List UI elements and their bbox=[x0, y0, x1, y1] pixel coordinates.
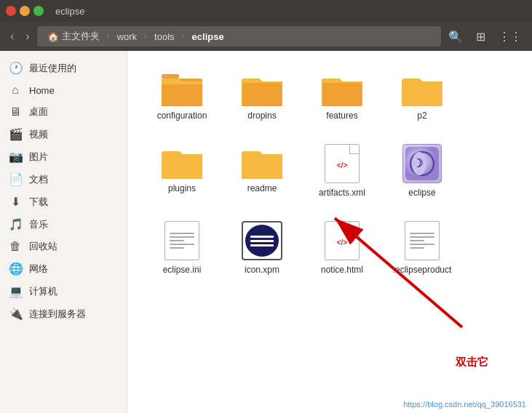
file-label-plugins: plugins bbox=[168, 183, 196, 193]
grid-view-button[interactable]: ⋮⋮ bbox=[494, 27, 526, 47]
breadcrumb-tools[interactable]: tools bbox=[150, 30, 178, 44]
home-icon: 🏠 bbox=[47, 31, 59, 42]
file-plugins[interactable]: plugins bbox=[142, 138, 222, 204]
home-label: 主文件夹 bbox=[62, 30, 100, 43]
file-dropins[interactable]: dropins bbox=[222, 65, 302, 127]
file-icon-xpm[interactable]: icon.xpm bbox=[222, 215, 302, 281]
svg-rect-4 bbox=[322, 83, 362, 106]
file-notice-html[interactable]: </> notice.html bbox=[302, 215, 382, 281]
text-icon-product bbox=[405, 221, 440, 260]
xpm-line-2 bbox=[250, 240, 274, 242]
sidebar-item-recent[interactable]: 🕐 最近使用的 bbox=[0, 57, 127, 79]
sidebar: 🕐 最近使用的 ⌂ Home 🖥 桌面 🎬 视频 📷 图片 📄 文档 ⬇ 下载 … bbox=[0, 51, 127, 413]
file-label-dropins: dropins bbox=[247, 111, 276, 121]
dblclick-label: 双击它 bbox=[456, 356, 488, 369]
xpm-line-1 bbox=[250, 236, 274, 238]
sidebar-label-pictures: 图片 bbox=[29, 151, 48, 164]
home-breadcrumb[interactable]: 🏠 主文件夹 bbox=[43, 28, 104, 44]
sidebar-item-computer[interactable]: 💻 计算机 bbox=[0, 280, 127, 302]
text-line-3 bbox=[170, 240, 184, 241]
text-line-1 bbox=[170, 233, 194, 234]
sidebar-label-desktop: 桌面 bbox=[29, 105, 48, 119]
folder-icon-readme bbox=[242, 144, 282, 179]
sidebar-item-pictures[interactable]: 📷 图片 bbox=[0, 145, 127, 168]
toolbar-actions: 🔍 ⊞ ⋮⋮ bbox=[444, 27, 526, 47]
svg-text:☽: ☽ bbox=[413, 157, 423, 169]
sidebar-label-video: 视频 bbox=[29, 128, 48, 141]
forward-button[interactable]: › bbox=[21, 27, 33, 46]
maximize-button[interactable] bbox=[33, 6, 44, 16]
breadcrumb-sep-2: › bbox=[144, 31, 147, 41]
sidebar-item-video[interactable]: 🎬 视频 bbox=[0, 123, 127, 145]
text-line-2 bbox=[170, 236, 194, 238]
recent-icon: 🕐 bbox=[9, 61, 22, 75]
xpm-lines bbox=[250, 236, 274, 246]
desktop-icon: 🖥 bbox=[9, 105, 22, 119]
sidebar-label-server: 连接到服务器 bbox=[29, 308, 86, 321]
breadcrumb-work[interactable]: work bbox=[113, 30, 141, 44]
text-line-5 bbox=[170, 247, 184, 249]
pictures-icon: 📷 bbox=[9, 150, 22, 164]
xml-icon-notice: </> bbox=[325, 221, 360, 260]
file-eclipse-app[interactable]: ☽ eclipse bbox=[382, 138, 462, 204]
sidebar-item-home[interactable]: ⌂ Home bbox=[0, 79, 127, 101]
folder-icon-dropins bbox=[242, 71, 282, 106]
documents-icon: 📄 bbox=[9, 172, 22, 186]
file-artifacts-xml[interactable]: </> artifacts.xml bbox=[302, 138, 382, 204]
file-label-readme: readme bbox=[247, 183, 277, 193]
main-container: 🕐 最近使用的 ⌂ Home 🖥 桌面 🎬 视频 📷 图片 📄 文档 ⬇ 下载 … bbox=[0, 51, 532, 413]
file-label-eclipse-ini: eclipse.ini bbox=[163, 265, 202, 275]
sidebar-label-documents: 文档 bbox=[29, 173, 48, 186]
window-controls bbox=[6, 6, 44, 16]
text-icon-ini bbox=[164, 221, 199, 260]
file-features[interactable]: features bbox=[302, 65, 382, 127]
product-line-5 bbox=[410, 247, 424, 249]
svg-rect-3 bbox=[242, 83, 282, 106]
file-configuration[interactable]: configuration bbox=[142, 65, 222, 127]
list-view-button[interactable]: ⊞ bbox=[472, 27, 490, 47]
file-label-notice: notice.html bbox=[321, 265, 363, 275]
sidebar-label-music: 音乐 bbox=[29, 218, 48, 231]
network-icon: 🌐 bbox=[9, 262, 22, 276]
sidebar-label-trash: 回收站 bbox=[29, 240, 57, 253]
file-eclipseproduct[interactable]: .eclipseproduct bbox=[382, 215, 462, 281]
folder-icon-features bbox=[322, 71, 362, 106]
breadcrumb-eclipse[interactable]: eclipse bbox=[188, 30, 229, 44]
sidebar-item-music[interactable]: 🎵 音乐 bbox=[0, 213, 127, 236]
xml-icon-artifacts: </> bbox=[325, 144, 360, 183]
file-p2[interactable]: p2 bbox=[382, 65, 462, 127]
sidebar-item-trash[interactable]: 🗑 回收站 bbox=[0, 236, 127, 257]
file-readme[interactable]: readme bbox=[222, 138, 302, 204]
sidebar-label-downloads: 下载 bbox=[29, 196, 48, 209]
search-button[interactable]: 🔍 bbox=[444, 27, 467, 47]
trash-icon: 🗑 bbox=[9, 240, 22, 253]
breadcrumb: 🏠 主文件夹 › work › tools › eclipse bbox=[37, 26, 441, 47]
product-line-2 bbox=[410, 236, 434, 238]
breadcrumb-sep-1: › bbox=[107, 31, 110, 41]
sidebar-label-network: 网络 bbox=[29, 262, 48, 276]
downloads-icon: ⬇ bbox=[9, 195, 22, 209]
sidebar-item-documents[interactable]: 📄 文档 bbox=[0, 168, 127, 191]
folder-icon-plugins bbox=[162, 144, 202, 179]
product-line-3 bbox=[410, 240, 424, 241]
sidebar-item-desktop[interactable]: 🖥 桌面 bbox=[0, 101, 127, 123]
minimize-button[interactable] bbox=[20, 6, 30, 16]
sidebar-item-network[interactable]: 🌐 网络 bbox=[0, 257, 127, 280]
file-label-configuration: configuration bbox=[157, 111, 207, 121]
breadcrumb-sep-3: › bbox=[182, 31, 185, 41]
file-label-icon-xpm: icon.xpm bbox=[245, 265, 279, 275]
back-button[interactable]: ‹ bbox=[6, 27, 18, 46]
sidebar-label-computer: 计算机 bbox=[29, 285, 57, 298]
sidebar-item-connect-server[interactable]: 🔌 连接到服务器 bbox=[0, 302, 127, 325]
file-eclipse-ini[interactable]: eclipse.ini bbox=[142, 215, 222, 281]
sidebar-label-home: Home bbox=[29, 85, 55, 96]
window-title: eclipse bbox=[55, 6, 84, 17]
sidebar-item-downloads[interactable]: ⬇ 下载 bbox=[0, 191, 127, 213]
text-line-4 bbox=[170, 244, 194, 245]
xpm-line-3 bbox=[250, 244, 274, 246]
music-icon: 🎵 bbox=[9, 217, 22, 231]
folder-icon-configuration bbox=[162, 71, 202, 106]
file-label-features: features bbox=[326, 111, 357, 121]
file-grid: configuration dropins bbox=[142, 65, 517, 281]
close-button[interactable] bbox=[6, 6, 16, 16]
